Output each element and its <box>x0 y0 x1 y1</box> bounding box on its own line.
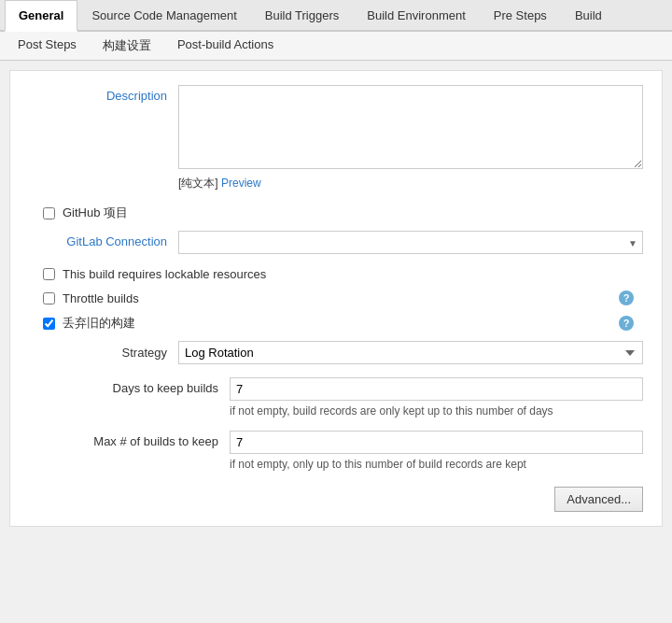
tab-pre-steps[interactable]: Pre Steps <box>480 0 561 32</box>
discard-checkbox[interactable] <box>43 318 55 330</box>
strategy-row: Strategy Log Rotation Build Rotation <box>43 341 643 364</box>
desc-links: [纯文本] Preview <box>178 176 643 191</box>
description-row: Description [纯文本] Preview <box>29 85 643 191</box>
github-label[interactable]: GitHub 项目 <box>63 205 128 221</box>
plain-text-link[interactable]: [纯文本] <box>178 177 218 190</box>
lockable-label[interactable]: This build requires lockable resources <box>63 267 266 281</box>
days-hint: if not empty, build records are only kep… <box>230 404 643 419</box>
days-input[interactable] <box>230 377 643 401</box>
throttle-help-icon[interactable]: ? <box>619 290 634 305</box>
throttle-row: Throttle builds ? <box>29 290 643 305</box>
throttle-label[interactable]: Throttle builds <box>63 291 139 305</box>
github-checkbox[interactable] <box>43 207 55 219</box>
description-textarea[interactable] <box>178 85 643 169</box>
days-row: Days to keep builds if not empty, build … <box>43 377 643 419</box>
description-label: Description <box>29 85 178 103</box>
lockable-row: This build requires lockable resources <box>29 267 643 281</box>
gitlab-label: GitLab Connection <box>29 231 178 248</box>
main-content: Description [纯文本] Preview GitHub 项目 GitL… <box>9 70 663 527</box>
tab-bar-row2: Post Steps 构建设置 Post-build Actions <box>0 32 672 61</box>
throttle-checkbox[interactable] <box>43 292 55 304</box>
tab-source-code[interactable]: Source Code Management <box>77 0 250 32</box>
description-control: [纯文本] Preview <box>178 85 643 191</box>
advanced-button[interactable]: Advanced... <box>554 487 643 512</box>
max-control: if not empty, only up to this number of … <box>230 431 643 473</box>
tab-build[interactable]: Build <box>561 0 616 32</box>
max-row: Max # of builds to keep if not empty, on… <box>43 431 643 473</box>
tab-build-triggers[interactable]: Build Triggers <box>251 0 353 32</box>
gitlab-control: ▼ <box>178 231 643 254</box>
max-hint: if not empty, only up to this number of … <box>230 457 643 473</box>
tab-general[interactable]: General <box>5 0 77 32</box>
lockable-checkbox[interactable] <box>43 268 55 280</box>
max-input[interactable] <box>230 431 643 454</box>
tab-build-environment[interactable]: Build Environment <box>353 0 480 32</box>
tab-post-steps[interactable]: Post Steps <box>5 32 90 60</box>
days-control: if not empty, build records are only kep… <box>230 377 643 419</box>
gitlab-row: GitLab Connection ▼ <box>29 231 643 254</box>
gitlab-select-wrapper: ▼ <box>178 231 643 254</box>
advanced-row: Advanced... <box>29 487 643 512</box>
strategy-label: Strategy <box>43 346 178 360</box>
github-row: GitHub 项目 <box>29 205 643 221</box>
tab-build-settings[interactable]: 构建设置 <box>90 32 164 60</box>
strategy-control: Log Rotation Build Rotation <box>178 341 643 364</box>
discard-label[interactable]: 丢弃旧的构建 <box>63 315 135 332</box>
preview-link[interactable]: Preview <box>221 177 261 190</box>
discard-help-icon[interactable]: ? <box>619 316 634 331</box>
max-label: Max # of builds to keep <box>43 431 230 448</box>
gitlab-select[interactable] <box>178 231 643 254</box>
tab-bar-row1: General Source Code Management Build Tri… <box>0 0 672 32</box>
strategy-select[interactable]: Log Rotation Build Rotation <box>178 341 643 364</box>
strategy-section: Strategy Log Rotation Build Rotation Day… <box>43 341 643 473</box>
tab-post-build-actions[interactable]: Post-build Actions <box>164 32 287 60</box>
discard-row: 丢弃旧的构建 ? <box>29 315 643 332</box>
days-label: Days to keep builds <box>43 377 230 395</box>
